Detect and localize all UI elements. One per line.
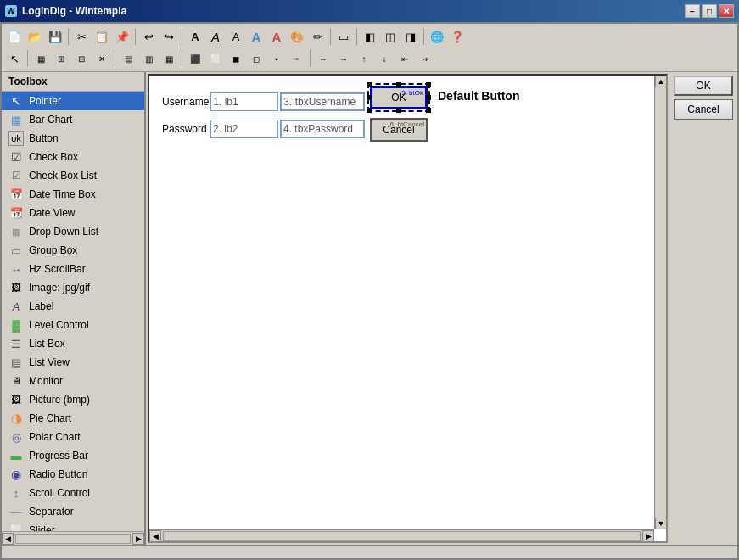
canvas-vscroll[interactable]: ▲ ▼ <box>654 76 666 529</box>
toolbox-item-radio[interactable]: Radio Button <box>2 465 144 484</box>
tb2-14[interactable]: ← <box>314 49 333 68</box>
password-input-widget[interactable]: 4. tbxPassword <box>280 120 365 138</box>
color-a-button[interactable]: A <box>247 27 266 46</box>
color-b-button[interactable]: A <box>267 27 286 46</box>
toolbox-item-label[interactable]: Label <box>2 297 144 316</box>
toolbar-area: 📄 📂 💾 ✂ 📋 📌 ↩ ↪ A A A A A 🎨 ✏ ▭ ◧ ◫ ◨ <box>2 24 737 72</box>
tb2-5[interactable]: ▤ <box>119 49 137 68</box>
align-right-button[interactable]: ◨ <box>401 27 420 46</box>
tb2-17[interactable]: ↓ <box>375 49 394 68</box>
toolbox-item-scroll[interactable]: Scroll Control <box>2 484 144 502</box>
tb2-18[interactable]: ⇤ <box>395 49 414 68</box>
toolbox-item-picture[interactable]: Picture (bmp) <box>2 390 144 409</box>
tb2-7[interactable]: ▦ <box>160 49 178 68</box>
tb2-11[interactable]: ◻ <box>247 49 266 68</box>
tb2-16[interactable]: ↑ <box>355 49 373 68</box>
design-canvas[interactable]: ▲ ▼ ◀ ▶ Username 1. lb1 3 <box>148 74 668 543</box>
toolbox-scroll[interactable]: Pointer Bar Chart ok Button Check Box Ch… <box>2 92 144 531</box>
new-button[interactable]: 📄 <box>5 27 24 46</box>
underline-button[interactable]: A <box>227 27 245 46</box>
maximize-button[interactable]: □ <box>702 4 717 18</box>
hzscroll-icon <box>8 261 24 277</box>
help-button[interactable]: ❓ <box>448 27 467 46</box>
ok-button[interactable]: OK <box>674 76 733 96</box>
ok-widget-button[interactable]: 5. btOk OK <box>370 86 428 109</box>
cancel-button[interactable]: Cancel <box>674 99 733 120</box>
toolbox-item-level[interactable]: Level Control <box>2 316 144 334</box>
canvas-hscroll[interactable]: ◀ ▶ <box>149 529 654 541</box>
paste-button[interactable]: 📌 <box>113 27 132 46</box>
hscroll-left[interactable]: ◀ <box>149 530 161 542</box>
tb2-10[interactable]: ◼ <box>227 49 245 68</box>
undo-button[interactable]: ↩ <box>139 27 158 46</box>
tb2-2[interactable]: ⊞ <box>52 49 70 68</box>
tb2-9[interactable]: ⬜ <box>206 49 225 68</box>
toolbox-item-checkboxlist[interactable]: Check Box List <box>2 166 144 185</box>
sep-3 <box>182 28 182 45</box>
toolbox-item-separator[interactable]: Separator <box>2 502 144 521</box>
username-input-widget[interactable]: 3. tbxUsername <box>280 92 365 111</box>
listview-icon <box>8 355 24 370</box>
cancel-widget-button[interactable]: 6. btCancel Cancel <box>370 118 428 142</box>
toolbox-panel: Toolbox Pointer Bar Chart ok Button Chec… <box>2 72 146 545</box>
toolbox-bottom-scroll[interactable]: ◀ ▶ <box>2 531 144 545</box>
toolbox-label-piechart: Pie Chart <box>29 412 71 424</box>
toolbox-label-barchart: Bar Chart <box>29 114 72 126</box>
toolbox-item-dateview[interactable]: Date View <box>2 204 144 222</box>
save-button[interactable]: 💾 <box>46 27 64 46</box>
cut-button[interactable]: ✂ <box>72 27 91 46</box>
toolbox-item-button[interactable]: ok Button <box>2 129 144 148</box>
vscroll-down[interactable]: ▼ <box>655 518 667 529</box>
align-left-button[interactable]: ◧ <box>361 27 379 46</box>
handle-tm <box>396 82 401 87</box>
toolbox-item-barchart[interactable]: Bar Chart <box>2 110 144 129</box>
paint-button[interactable]: 🎨 <box>288 27 306 46</box>
vscroll-up[interactable]: ▲ <box>655 76 667 87</box>
toolbox-item-datetime[interactable]: Date Time Box <box>2 185 144 204</box>
pencil-button[interactable]: ✏ <box>308 27 327 46</box>
web-button[interactable]: 🌐 <box>428 27 446 46</box>
tb2-6[interactable]: ▥ <box>139 49 158 68</box>
piechart-icon <box>8 411 24 426</box>
username-label: Username <box>162 96 209 108</box>
datetime-icon <box>8 187 24 202</box>
toolbox-item-hzscroll[interactable]: Hz ScrollBar <box>2 260 144 278</box>
tb2-19[interactable]: ⇥ <box>416 49 434 68</box>
toolbox-item-polarchart[interactable]: Polar Chart <box>2 428 144 446</box>
toolbox-scroll-left[interactable]: ◀ <box>2 533 14 545</box>
toolbox-item-monitor[interactable]: Monitor <box>2 372 144 390</box>
toolbox-item-listbox[interactable]: List Box <box>2 334 144 353</box>
align-center-button[interactable]: ◫ <box>381 27 400 46</box>
redo-button[interactable]: ↪ <box>160 27 178 46</box>
toolbox-item-pointer[interactable]: Pointer <box>2 92 144 110</box>
bold-button[interactable]: A <box>186 27 204 46</box>
toolbox-item-piechart[interactable]: Pie Chart <box>2 409 144 428</box>
minimize-button[interactable]: − <box>685 4 700 18</box>
copy-button[interactable]: 📋 <box>92 27 111 46</box>
toolbox-item-checkbox[interactable]: Check Box <box>2 148 144 166</box>
open-button[interactable]: 📂 <box>25 27 44 46</box>
tb2-8[interactable]: ⬛ <box>186 49 204 68</box>
hscroll-right[interactable]: ▶ <box>642 530 654 542</box>
italic-button[interactable]: A <box>206 27 225 46</box>
arrow-button[interactable]: ↖ <box>5 49 24 68</box>
tb2-15[interactable]: → <box>334 49 353 68</box>
title-text: LoginDlg - Wintempla <box>22 5 126 17</box>
radio-icon <box>8 467 24 482</box>
toolbox-item-dropdown[interactable]: Drop Down List <box>2 222 144 241</box>
content-area-wrapper: Toolbox Pointer Bar Chart ok Button Chec… <box>2 72 737 545</box>
tb2-3[interactable]: ⊟ <box>72 49 91 68</box>
rect-button[interactable]: ▭ <box>334 27 353 46</box>
tb2-1[interactable]: ▦ <box>31 49 50 68</box>
toolbox-item-listview[interactable]: List View <box>2 353 144 372</box>
tb2-12[interactable]: ▪ <box>267 49 286 68</box>
close-button[interactable]: ✕ <box>719 4 734 18</box>
username-label-widget: 1. lb1 <box>210 92 278 111</box>
toolbox-scroll-right[interactable]: ▶ <box>132 533 144 545</box>
toolbox-item-groupbox[interactable]: Group Box <box>2 241 144 260</box>
tb2-4[interactable]: ✕ <box>92 49 111 68</box>
toolbox-item-progressbar[interactable]: Progress Bar <box>2 446 144 465</box>
toolbox-item-slider[interactable]: Slider <box>2 521 144 531</box>
toolbox-item-image[interactable]: Image: jpg/gif <box>2 278 144 297</box>
tb2-13[interactable]: ▫ <box>288 49 306 68</box>
